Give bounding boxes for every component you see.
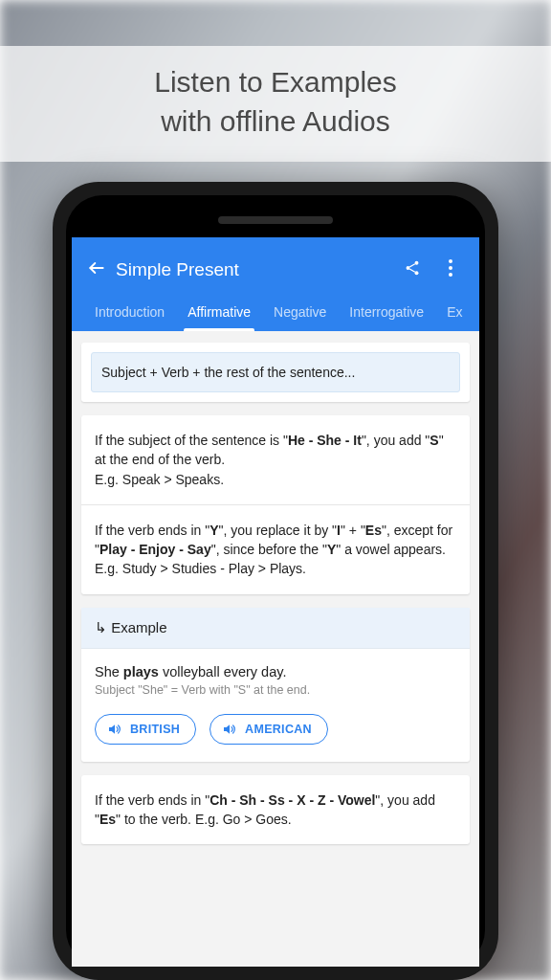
promo-line-2: with offline Audios <box>0 102 551 142</box>
divider <box>81 504 470 505</box>
svg-point-5 <box>449 266 452 270</box>
speaker-icon <box>222 722 237 737</box>
example-explanation: Subject "She" = Verb with "S" at the end… <box>95 683 456 697</box>
tab-affirmative[interactable]: Affirmative <box>176 295 262 331</box>
share-icon <box>404 259 421 277</box>
tab-introduction[interactable]: Introduction <box>83 295 176 331</box>
speaker-icon <box>107 722 122 737</box>
rules-card-1: If the subject of the sentence is "He - … <box>81 415 470 594</box>
back-button[interactable] <box>77 258 116 282</box>
promo-line-1: Listen to Examples <box>0 63 551 102</box>
tab-negative[interactable]: Negative <box>262 295 338 331</box>
audio-row: BRITISH AMERICAN <box>95 714 456 745</box>
arrow-corner-icon: ↳ <box>95 619 111 635</box>
tab-interrogative[interactable]: Interrogative <box>338 295 435 331</box>
svg-point-4 <box>449 259 452 263</box>
rules-card-2: If the verb ends in "Ch - Sh - Ss - X - … <box>81 775 470 845</box>
share-button[interactable] <box>393 259 431 281</box>
tab-examples[interactable]: Ex <box>435 295 474 331</box>
audio-american-button[interactable]: AMERICAN <box>209 714 328 745</box>
svg-point-3 <box>415 271 419 275</box>
example-card: ↳ Example She plays volleyball every day… <box>81 608 470 762</box>
svg-point-6 <box>449 273 452 277</box>
example-body: She plays volleyball every day. Subject … <box>81 649 470 762</box>
app-screen: Simple Present Introduction Affirmative … <box>72 237 479 967</box>
content-scroll[interactable]: Subject + Verb + the rest of the sentenc… <box>72 331 479 967</box>
example-header: ↳ Example <box>81 608 470 649</box>
example-sentence: She plays volleyball every day. <box>95 664 456 679</box>
overflow-menu-button[interactable] <box>431 259 470 281</box>
more-vert-icon <box>449 259 452 277</box>
rule-2: If the verb ends in "Y", you replace it … <box>95 521 456 579</box>
audio-british-button[interactable]: BRITISH <box>95 714 196 745</box>
rule-1: If the subject of the sentence is "He - … <box>95 431 456 489</box>
svg-point-1 <box>415 260 419 264</box>
arrow-left-icon <box>87 258 106 278</box>
app-bar-row: Simple Present <box>77 251 470 289</box>
phone-speaker <box>218 216 333 224</box>
phone-inner: Simple Present Introduction Affirmative … <box>66 195 485 967</box>
rule-3: If the verb ends in "Ch - Sh - Ss - X - … <box>95 791 456 830</box>
formula-card: Subject + Verb + the rest of the sentenc… <box>81 343 470 402</box>
tab-bar: Introduction Affirmative Negative Interr… <box>77 295 470 331</box>
promo-banner: Listen to Examples with offline Audios <box>0 46 551 162</box>
svg-point-2 <box>407 266 410 270</box>
formula-text: Subject + Verb + the rest of the sentenc… <box>91 352 460 392</box>
app-bar: Simple Present Introduction Affirmative … <box>72 237 479 331</box>
phone-frame: Simple Present Introduction Affirmative … <box>53 182 498 980</box>
page-title: Simple Present <box>116 259 393 280</box>
